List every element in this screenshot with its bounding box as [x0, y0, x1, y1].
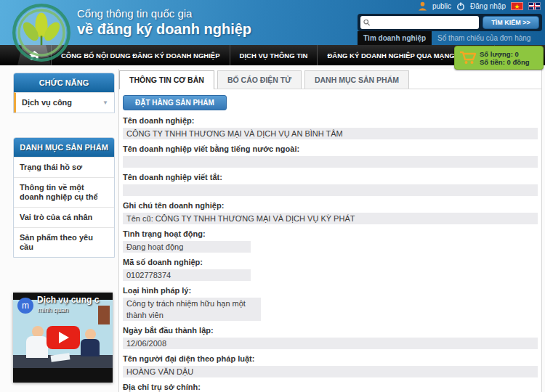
business-info-fields: Tên doanh nghiệp: CÔNG TY TNHH THƯƠNG MẠ… [119, 113, 541, 392]
field-row: Địa chỉ trụ sở chính: Số 2 ngõ 59, phố T… [123, 380, 538, 392]
field-label: Địa chỉ trụ sở chính: [123, 380, 538, 392]
product-box: DANH MỤC SẢN PHẨM Trạng thái hồ sơ Thông… [13, 137, 115, 258]
sidebar-item-label: Vai trò của cá nhân [20, 213, 92, 222]
sidebar-item-dich-vu-cong[interactable]: Dịch vụ công ▼ [14, 92, 114, 113]
nav-item[interactable]: CÔNG BỐ NỘI DUNG ĐĂNG KÝ DOANH NGHIỆP [51, 45, 230, 65]
cart-icon [459, 50, 477, 65]
field-value [123, 156, 538, 168]
product-box-header: DANH MỤC SẢN PHẨM [14, 138, 114, 157]
field-label: Tên doanh nghiệp viết tắt: [123, 170, 538, 184]
cart-text: Số lượng: 0 Số tiền: 0 đồng [480, 50, 530, 66]
site-title-line1: Cổng thông tin quốc gia [77, 7, 251, 20]
field-label: Tên doanh nghiệp viết bằng tiếng nước ng… [123, 142, 538, 156]
field-row: Tên doanh nghiệp viết bằng tiếng nước ng… [123, 142, 538, 168]
user-bar: public Đăng nhập ★ [418, 1, 541, 11]
page: Cổng thông tin quốc gia về đăng ký doanh… [0, 0, 545, 392]
field-row: Tên doanh nghiệp: CÔNG TY TNHH THƯƠNG MẠ… [123, 113, 538, 139]
sidebar-item[interactable]: Vai trò của cá nhân [14, 207, 114, 227]
field-value: Công ty trách nhiệm hữu hạn một thành vi… [123, 298, 261, 321]
nav-item[interactable]: DỊCH VỤ THÔNG TIN [230, 45, 318, 65]
content-tabs: THÔNG TIN CƠ BẢN BỐ CÁO ĐIỆN TỬ DANH MỤC… [119, 69, 541, 89]
content-tab[interactable]: BỐ CÁO ĐIỆN TỬ [217, 70, 302, 89]
field-row: Tên người đại diện theo pháp luật: HOÀNG… [123, 351, 538, 377]
field-row: Loại hình pháp lý: Công ty trách nhiệm h… [123, 283, 261, 321]
play-button-icon[interactable] [47, 326, 80, 349]
search-icon [363, 19, 370, 26]
field-value: HOÀNG VĂN DẬU [123, 366, 538, 377]
cart-amount: Số tiền: 0 đồng [480, 58, 530, 66]
chevron-down-icon: ▼ [102, 98, 108, 107]
cart-quantity: Số lượng: 0 [480, 50, 530, 58]
login-link[interactable]: Đăng nhập [470, 2, 506, 10]
sidebar-item-label: Sản phẩm theo yêu cầu [20, 233, 108, 252]
field-row: Mã số doanh nghiệp: 0102778374 [123, 255, 251, 281]
field-row: Tên doanh nghiệp viết tắt: [123, 170, 538, 196]
site-title-line2: về đăng ký doanh nghiệp [77, 21, 251, 38]
function-box: CHỨC NĂNG Dịch vụ công ▼ [13, 73, 115, 113]
site-header: Cổng thông tin quốc gia về đăng ký doanh… [0, 0, 545, 45]
field-value: 12/06/2008 [123, 338, 538, 349]
sidebar-item[interactable]: Sản phẩm theo yêu cầu [14, 227, 114, 257]
field-value: Đang hoạt động [123, 241, 251, 253]
video-shelf-decor [98, 306, 110, 324]
sidebar-item[interactable]: Trạng thái hồ sơ [14, 157, 114, 177]
video-thumbnail[interactable]: m Dịch vụ cung c minh quan [13, 293, 113, 383]
sidebar: CHỨC NĂNG Dịch vụ công ▼ DANH MỤC SẢN PH… [13, 73, 115, 383]
field-value: Tên cũ: CÔNG TY TNHH THƯƠNG MẠI VÀ DỊCH … [123, 213, 538, 224]
field-value [123, 184, 538, 196]
main-panel: THÔNG TIN CƠ BẢN BỐ CÁO ĐIỆN TỬ DANH MỤC… [118, 69, 542, 392]
field-row: Ngày bắt đầu thành lập: 12/06/2008 [123, 323, 538, 349]
field-label: Loại hình pháp lý: [123, 283, 261, 298]
site-logo[interactable] [10, 1, 73, 64]
field-value: CÔNG TY TNHH THƯƠNG MẠI VÀ DỊCH VỤ AN BÌ… [123, 128, 538, 139]
order-product-button[interactable]: ĐẶT HÀNG SẢN PHẨM [123, 95, 227, 110]
video-figure-right [85, 329, 96, 340]
field-label: Mã số doanh nghiệp: [123, 255, 251, 269]
search-area: TÌM KIẾM >> Tìm doanh nghiệp Số tham chi… [358, 14, 542, 45]
user-icon [418, 1, 427, 11]
power-icon[interactable] [456, 2, 465, 11]
sidebar-item[interactable]: Thông tin về một doanh nghiệp cụ thể [14, 177, 114, 207]
search-button[interactable]: TÌM KIẾM >> [483, 16, 539, 29]
product-box-items: Trạng thái hồ sơ Thông tin về một doanh … [14, 157, 114, 257]
field-label: Tên người đại diện theo pháp luật: [123, 351, 538, 366]
content-tab[interactable]: DANH MỤC SẢN PHẨM [304, 70, 409, 89]
search-bar: TÌM KIẾM >> [358, 14, 542, 31]
field-label: Tên doanh nghiệp: [123, 113, 538, 128]
flag-uk-icon[interactable] [528, 2, 541, 10]
flag-vietnam-icon[interactable]: ★ [511, 2, 523, 10]
channel-avatar: m [17, 298, 33, 314]
cart-badge[interactable]: Số lượng: 0 Số tiền: 0 đồng [454, 46, 544, 70]
sidebar-item-label: Thông tin về một doanh nghiệp cụ thể [20, 183, 108, 202]
site-title: Cổng thông tin quốc gia về đăng ký doanh… [77, 7, 251, 38]
video-figure-right-body [81, 339, 100, 356]
field-label: Ghi chú tên doanh nghiệp: [123, 198, 538, 213]
search-input[interactable] [370, 19, 476, 27]
search-tab[interactable]: Số tham chiếu của đơn hàng [432, 31, 536, 45]
video-figure-left-body [26, 336, 48, 358]
video-channel: minh quan [38, 306, 68, 314]
search-input-wrap [360, 16, 479, 29]
video-title: Dịch vụ cung c [37, 295, 99, 305]
sidebar-item-label: Dịch vụ công [22, 98, 72, 107]
function-box-header: CHỨC NĂNG [14, 73, 114, 92]
sidebar-item-label: Trạng thái hồ sơ [20, 163, 82, 172]
field-row: Tình trạng hoạt động: Đang hoạt động [123, 226, 251, 253]
user-name: public [432, 2, 451, 10]
content-tab[interactable]: THÔNG TIN CƠ BẢN [119, 70, 214, 89]
field-row: Ghi chú tên doanh nghiệp: Tên cũ: CÔNG T… [123, 198, 538, 224]
search-tabs: Tìm doanh nghiệp Số tham chiếu của đơn h… [358, 31, 542, 45]
nav-items: CÔNG BỐ NỘI DUNG ĐĂNG KÝ DOANH NGHIỆP DỊ… [51, 45, 495, 65]
search-tab[interactable]: Tìm doanh nghiệp [358, 31, 432, 45]
field-label: Tình trạng hoạt động: [123, 226, 251, 241]
field-label: Ngày bắt đầu thành lập: [123, 323, 538, 338]
field-value: 0102778374 [123, 269, 251, 281]
